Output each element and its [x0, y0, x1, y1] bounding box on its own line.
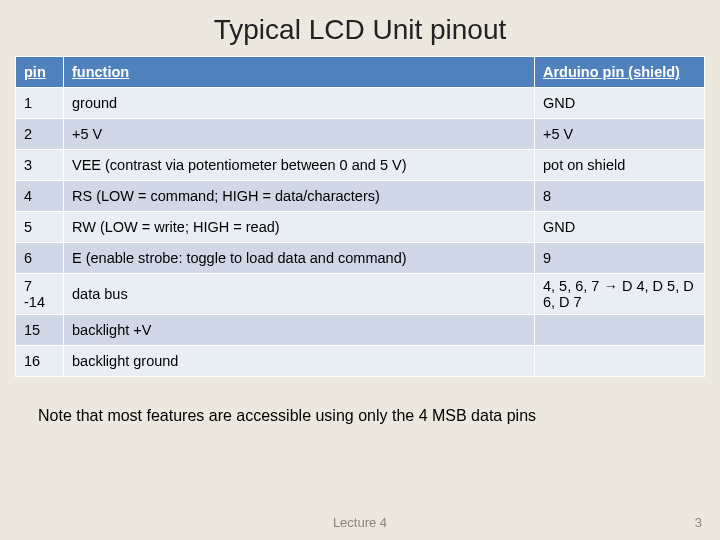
cell-function: +5 V — [64, 119, 535, 150]
cell-arduino: 4, 5, 6, 7 → D 4, D 5, D 6, D 7 — [535, 274, 705, 315]
cell-arduino: +5 V — [535, 119, 705, 150]
cell-pin: 2 — [16, 119, 64, 150]
page-number: 3 — [695, 515, 702, 530]
header-arduino: Arduino pin (shield) — [535, 57, 705, 88]
cell-pin: 16 — [16, 346, 64, 377]
page-title: Typical LCD Unit pinout — [0, 0, 720, 56]
table-row: 16 backlight ground — [16, 346, 705, 377]
cell-arduino: 9 — [535, 243, 705, 274]
cell-function: E (enable strobe: toggle to load data an… — [64, 243, 535, 274]
pinout-table: pin function Arduino pin (shield) 1 grou… — [15, 56, 705, 377]
table-row: 1 ground GND — [16, 88, 705, 119]
cell-arduino: GND — [535, 212, 705, 243]
cell-pin: 3 — [16, 150, 64, 181]
cell-function: backlight +V — [64, 315, 535, 346]
note-text: Note that most features are accessible u… — [38, 407, 720, 425]
cell-function: data bus — [64, 274, 535, 315]
footer-center: Lecture 4 — [0, 515, 720, 530]
table-row: 7 -14 data bus 4, 5, 6, 7 → D 4, D 5, D … — [16, 274, 705, 315]
cell-function: backlight ground — [64, 346, 535, 377]
cell-pin: 4 — [16, 181, 64, 212]
table-row: 2 +5 V +5 V — [16, 119, 705, 150]
table-header-row: pin function Arduino pin (shield) — [16, 57, 705, 88]
cell-pin: 7 -14 — [16, 274, 64, 315]
header-function: function — [64, 57, 535, 88]
table-row: 15 backlight +V — [16, 315, 705, 346]
cell-function: RS (LOW = command; HIGH = data/character… — [64, 181, 535, 212]
cell-pin: 15 — [16, 315, 64, 346]
cell-arduino: GND — [535, 88, 705, 119]
table-row: 6 E (enable strobe: toggle to load data … — [16, 243, 705, 274]
cell-arduino — [535, 315, 705, 346]
cell-pin: 5 — [16, 212, 64, 243]
cell-arduino: 8 — [535, 181, 705, 212]
table-row: 5 RW (LOW = write; HIGH = read) GND — [16, 212, 705, 243]
cell-function: RW (LOW = write; HIGH = read) — [64, 212, 535, 243]
header-pin: pin — [16, 57, 64, 88]
cell-pin: 1 — [16, 88, 64, 119]
cell-arduino: pot on shield — [535, 150, 705, 181]
cell-pin: 6 — [16, 243, 64, 274]
table-row: 3 VEE (contrast via potentiometer betwee… — [16, 150, 705, 181]
slide: Typical LCD Unit pinout pin function Ard… — [0, 0, 720, 540]
cell-function: VEE (contrast via potentiometer between … — [64, 150, 535, 181]
table-row: 4 RS (LOW = command; HIGH = data/charact… — [16, 181, 705, 212]
cell-function: ground — [64, 88, 535, 119]
cell-arduino — [535, 346, 705, 377]
